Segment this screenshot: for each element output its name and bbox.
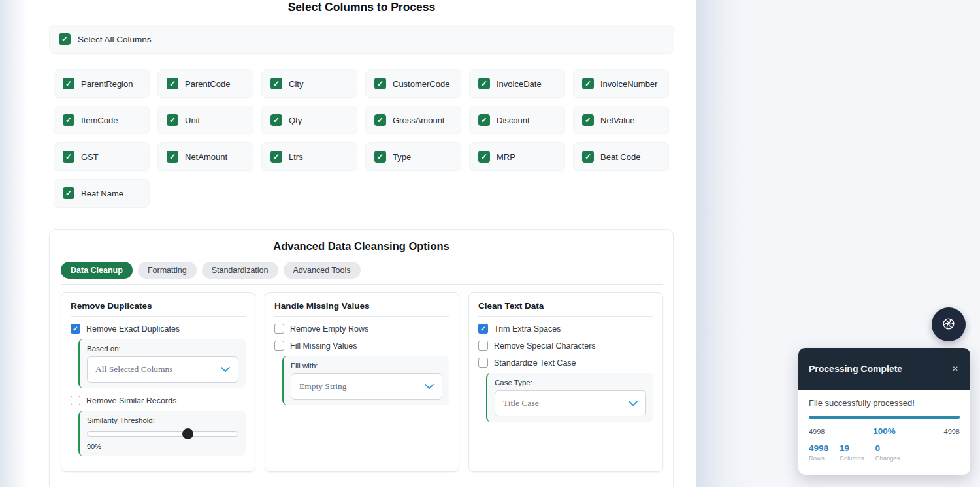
progress-percent: 100% — [825, 426, 943, 436]
similarity-threshold-label: Similarity Threshold: — [87, 416, 238, 424]
column-label: InvoiceNumber — [600, 79, 657, 89]
column-checkbox[interactable]: ✓ — [478, 78, 490, 89]
fill-missing-values-checkbox[interactable] — [274, 341, 284, 351]
standardize-text-case-checkbox[interactable] — [478, 358, 488, 368]
column-checkbox-item[interactable]: ✓ CustomerCode — [365, 69, 461, 98]
column-checkbox-item[interactable]: ✓ Beat Name — [54, 179, 150, 208]
stat-label: Columns — [840, 454, 864, 462]
remove-special-characters-checkbox[interactable] — [478, 341, 488, 351]
column-checkbox-item[interactable]: ✓ Type — [365, 142, 461, 171]
column-checkbox-item[interactable]: ✓ ParentRegion — [54, 69, 150, 98]
remove-similar-records-checkbox[interactable] — [71, 396, 80, 405]
check-icon: ✓ — [481, 116, 487, 124]
cleansing-tab[interactable]: Data Cleanup — [61, 262, 133, 279]
case-type-select[interactable]: Title Case — [495, 390, 646, 416]
column-checkbox[interactable]: ✓ — [582, 114, 594, 126]
column-checkbox-item[interactable]: ✓ Ltrs — [261, 142, 357, 171]
column-checkbox-grid: ✓ ParentRegion ✓ ParentCode ✓ City — [54, 69, 671, 208]
column-checkbox-item[interactable]: ✓ Discount — [469, 106, 565, 134]
trim-extra-spaces-option[interactable]: ✓ Trim Extra Spaces — [478, 324, 653, 334]
column-checkbox[interactable]: ✓ — [374, 151, 386, 163]
remove-similar-records-option[interactable]: Remove Similar Records — [71, 396, 246, 405]
advanced-options-title: Advanced Data Cleansing Options — [50, 240, 673, 253]
check-icon: ✓ — [585, 80, 591, 87]
fill-with-select[interactable]: Empty String — [291, 373, 442, 400]
column-checkbox-item[interactable]: ✓ NetValue — [573, 106, 669, 134]
column-label: Ltrs — [289, 152, 303, 162]
cleansing-tab[interactable]: Standardization — [202, 262, 278, 279]
similarity-threshold-slider[interactable] — [87, 431, 238, 437]
column-checkbox[interactable]: ✓ — [167, 78, 178, 89]
progress-values-row: 4998 100% 4998 — [809, 426, 960, 436]
case-type-group: Case Type: Title Case — [486, 373, 653, 422]
check-icon: ✓ — [61, 35, 68, 43]
column-checkbox[interactable]: ✓ — [582, 151, 594, 163]
column-checkbox[interactable]: ✓ — [63, 78, 74, 89]
check-icon: ✓ — [377, 116, 384, 124]
column-checkbox-item[interactable]: ✓ GST — [54, 142, 150, 171]
slider-thumb[interactable] — [182, 428, 193, 439]
assistant-fab-button[interactable] — [932, 307, 966, 341]
remove-special-characters-option[interactable]: Remove Special Characters — [478, 341, 653, 351]
case-type-label: Case Type: — [495, 379, 646, 386]
column-checkbox[interactable]: ✓ — [270, 151, 282, 163]
based-on-select[interactable]: All Selected Columns — [87, 356, 238, 383]
remove-exact-duplicates-checkbox[interactable]: ✓ — [71, 324, 80, 334]
check-icon: ✓ — [480, 326, 485, 332]
column-checkbox[interactable]: ✓ — [167, 151, 178, 163]
check-icon: ✓ — [65, 80, 72, 87]
close-button[interactable]: ✕ — [951, 364, 960, 374]
select-all-checkbox[interactable]: ✓ — [59, 33, 71, 45]
fill-with-label: Fill with: — [291, 362, 442, 369]
column-checkbox[interactable]: ✓ — [63, 187, 74, 199]
trim-extra-spaces-checkbox[interactable]: ✓ — [478, 324, 488, 334]
column-checkbox-item[interactable]: ✓ MRP — [469, 142, 565, 171]
column-checkbox[interactable]: ✓ — [374, 78, 386, 89]
column-checkbox[interactable]: ✓ — [63, 114, 74, 126]
standardize-text-case-option[interactable]: Standardize Text Case — [478, 358, 653, 368]
column-checkbox[interactable]: ✓ — [63, 151, 74, 163]
stat-item: 4998 Rows — [809, 443, 828, 462]
column-label: Unit — [185, 116, 200, 125]
similarity-threshold-group: Similarity Threshold: 90% — [78, 411, 246, 456]
column-checkbox-item[interactable]: ✓ Beat Code — [573, 142, 669, 171]
column-label: CustomerCode — [393, 79, 449, 89]
option-label: Remove Similar Records — [86, 396, 176, 405]
cleansing-tab[interactable]: Formatting — [138, 262, 197, 279]
progress-end-value: 4998 — [944, 428, 960, 435]
based-on-group: Based on: All Selected Columns — [78, 339, 246, 388]
option-label: Remove Special Characters — [494, 341, 596, 351]
column-checkbox-item[interactable]: ✓ Qty — [261, 106, 357, 134]
stat-value: 0 — [875, 443, 900, 453]
column-checkbox[interactable]: ✓ — [582, 78, 594, 89]
remove-exact-duplicates-option[interactable]: ✓ Remove Exact Duplicates — [71, 324, 246, 334]
column-checkbox-item[interactable]: ✓ Unit — [157, 106, 253, 134]
fill-missing-values-option[interactable]: Fill Missing Values — [274, 341, 449, 351]
remove-empty-rows-option[interactable]: Remove Empty Rows — [274, 324, 449, 334]
based-on-label: Based on: — [87, 345, 238, 353]
column-checkbox[interactable]: ✓ — [478, 114, 490, 126]
column-checkbox-item[interactable]: ✓ InvoiceDate — [469, 69, 565, 98]
option-label: Fill Missing Values — [290, 341, 357, 351]
processing-complete-toast: Processing Complete ✕ File successfully … — [798, 348, 970, 475]
column-checkbox[interactable]: ✓ — [270, 114, 282, 126]
cleansing-tab[interactable]: Advanced Tools — [284, 262, 361, 279]
column-checkbox-item[interactable]: ✓ InvoiceNumber — [573, 69, 669, 98]
column-label: Beat Name — [81, 189, 123, 198]
column-checkbox-item[interactable]: ✓ GrossAmount — [365, 106, 461, 134]
stat-value: 19 — [840, 443, 864, 453]
select-all-row[interactable]: ✓ Select All Columns — [49, 25, 674, 54]
column-checkbox[interactable]: ✓ — [270, 78, 282, 89]
remove-empty-rows-checkbox[interactable] — [274, 324, 284, 334]
column-checkbox-item[interactable]: ✓ ItemCode — [54, 106, 150, 134]
check-icon: ✓ — [169, 153, 176, 161]
case-type-value: Title Case — [503, 398, 629, 409]
column-checkbox[interactable]: ✓ — [478, 151, 490, 163]
check-icon: ✓ — [65, 153, 72, 161]
column-checkbox[interactable]: ✓ — [167, 114, 178, 126]
column-checkbox[interactable]: ✓ — [374, 114, 386, 126]
column-checkbox-item[interactable]: ✓ ParentCode — [157, 69, 253, 98]
check-icon: ✓ — [73, 326, 78, 332]
column-checkbox-item[interactable]: ✓ City — [261, 69, 357, 98]
column-checkbox-item[interactable]: ✓ NetAmount — [157, 142, 253, 171]
